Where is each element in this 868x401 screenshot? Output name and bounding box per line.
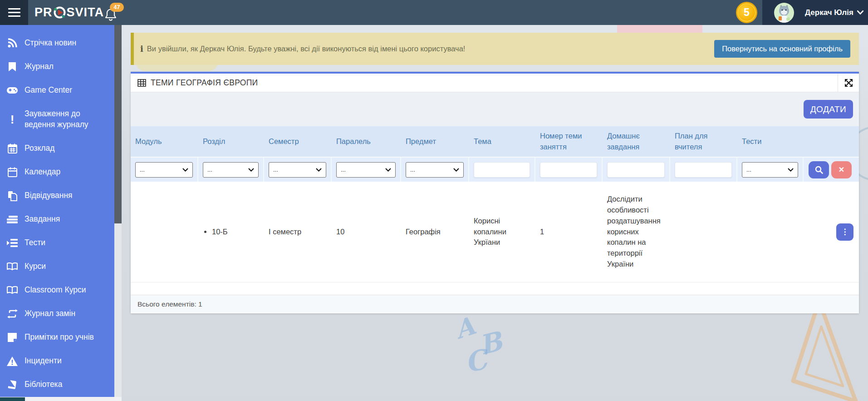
cell-tests (737, 182, 804, 282)
chevron-down-icon (788, 168, 794, 172)
table-grid-icon (137, 79, 146, 87)
sidebar-item-calendar[interactable]: Календар (0, 160, 114, 184)
rss-icon (6, 37, 18, 49)
panel-header: ТЕМИ ГЕОГРАФІЯ ЄВРОПИ (131, 74, 859, 92)
cell-actions: ⋮ (804, 182, 859, 282)
sidebar-item-timetable[interactable]: Розклад (0, 137, 114, 160)
notifications-count-badge: 47 (110, 3, 124, 12)
courses-icon (6, 261, 18, 272)
tests-icon (6, 237, 18, 249)
sidebar-item-journal-remarks[interactable]: ! Зауваження до ведення журналу (0, 102, 114, 137)
sidebar-item-substitution-journal[interactable]: Журнал замін (0, 302, 114, 326)
sidebar-item-courses[interactable]: Курси (0, 255, 114, 278)
sidebar-item-tests[interactable]: Тести (0, 231, 114, 255)
info-icon: i (140, 44, 143, 54)
empty-row-strip (131, 282, 859, 295)
filter-tema-input[interactable] (474, 162, 530, 178)
panel-toolbar: ДОДАТИ (131, 92, 859, 126)
column-header-homework[interactable]: Домашнє завдання (603, 126, 670, 157)
column-header-lesson-number[interactable]: Номер теми заняття (535, 126, 603, 157)
panel-title: ТЕМИ ГЕОГРАФІЯ ЄВРОПИ (137, 78, 258, 88)
calendar-icon (6, 166, 18, 178)
column-header-module[interactable]: Модуль (131, 126, 198, 157)
logo-o-icon (53, 6, 66, 19)
close-icon: ✕ (839, 165, 844, 174)
coins-indicator[interactable]: 5 (736, 2, 757, 23)
cell-teacher-plan (670, 182, 737, 282)
sidebar-scrollbar-thumb[interactable] (114, 25, 122, 223)
column-header-rozdil[interactable]: Розділ (198, 126, 264, 157)
column-header-tests[interactable]: Тести (737, 126, 804, 157)
warning-triangle-icon (6, 355, 18, 367)
sidebar-item-assignments[interactable]: Завдання (0, 208, 114, 231)
sidebar: Стрічка новин Журнал Game Center ! Заува… (0, 25, 114, 397)
cell-lesson-number: 1 (535, 182, 603, 282)
notifications-button[interactable]: 47 (103, 0, 127, 25)
sidebar-item-game-center[interactable]: Game Center (0, 79, 114, 102)
sidebar-item-classroom-courses[interactable]: Classroom Курси (0, 278, 114, 302)
table-row[interactable]: 10-Б І семестр 10 Географія Корисні копа… (131, 182, 859, 282)
add-button[interactable]: ДОДАТИ (804, 100, 853, 119)
table-footer: Всього елементів: 1 (131, 295, 859, 313)
column-header-semestr[interactable]: Семестр (264, 126, 332, 157)
column-header-paralel[interactable]: Паралель (332, 126, 401, 157)
app-logo[interactable]: PR SVITA (34, 0, 104, 25)
cell-homework: Дослідити особливості роздатшування кори… (603, 182, 670, 282)
banner-text: Ви увійшли, як Деркач Юлія. Будьте уважн… (147, 45, 466, 53)
filter-homework-input[interactable] (607, 162, 665, 178)
expand-panel-button[interactable] (838, 74, 859, 92)
chevron-down-icon (248, 168, 254, 172)
cat-mascot-icon (775, 4, 793, 23)
avatar (774, 3, 794, 23)
tasks-icon (6, 213, 18, 225)
sidebar-item-news-feed[interactable]: Стрічка новин (0, 31, 114, 55)
library-icon (6, 379, 18, 391)
sidebar-scrollbar[interactable] (114, 25, 122, 397)
chevron-down-icon (857, 10, 863, 15)
hamburger-menu-button[interactable] (0, 0, 28, 25)
sidebar-item-student-notes[interactable]: Примітки про учнів (0, 326, 114, 349)
sidebar-item-journal[interactable]: Журнал (0, 55, 114, 79)
column-header-teacher-plan[interactable]: План для вчителя (670, 126, 737, 157)
clear-filters-button[interactable]: ✕ (831, 161, 852, 178)
cell-tema: Корисні копалини Укрїани (469, 182, 535, 282)
chevron-down-icon (316, 168, 322, 172)
cell-semestr: І семестр (264, 182, 332, 282)
substitution-icon (6, 308, 18, 320)
total-elements-label: Всього елементів: 1 (137, 300, 202, 308)
chevron-down-icon (182, 168, 188, 172)
row-actions-button[interactable]: ⋮ (836, 223, 853, 241)
topbar: PR SVITA 47 5 (0, 0, 868, 25)
topics-panel: ТЕМИ ГЕОГРАФІЯ ЄВРОПИ ДОДАТИ Модуль Розд… (131, 72, 859, 313)
column-header-tema[interactable]: Тема (469, 126, 535, 157)
user-name: Деркач Юлія (805, 8, 853, 17)
cell-predmet: Географія (401, 182, 469, 282)
chevron-down-icon (453, 168, 459, 172)
classroom-courses-icon (6, 284, 18, 296)
sidebar-item-library[interactable]: Бібліотека (0, 373, 114, 396)
sidebar-item-attendance[interactable]: Відвідування (0, 184, 114, 208)
attendance-icon (6, 190, 18, 202)
filter-lesson-number-input[interactable] (540, 162, 597, 178)
filter-predmet-select[interactable]: ... (406, 162, 464, 178)
sidebar-item-incidents[interactable]: Інциденти (0, 349, 114, 373)
search-button[interactable] (809, 161, 829, 178)
ruler-watermark (790, 303, 868, 401)
impersonation-banner: i Ви увійшли, як Деркач Юлія. Будьте ува… (131, 33, 859, 65)
notes-icon (6, 332, 18, 343)
cell-rozdil: 10-Б (198, 182, 264, 282)
filter-tests-select[interactable]: ... (742, 162, 798, 178)
filter-semestr-select[interactable]: ... (269, 162, 326, 178)
filter-module-select[interactable]: ... (135, 162, 193, 178)
column-header-predmet[interactable]: Предмет (401, 126, 469, 157)
schedule-icon (6, 143, 18, 154)
filter-rozdil-select[interactable]: ... (203, 162, 259, 178)
return-to-main-profile-button[interactable]: Повернутись на основний профіль (714, 40, 850, 58)
filter-paralel-select[interactable]: ... (336, 162, 396, 178)
user-menu[interactable]: Деркач Юлія (762, 0, 868, 25)
search-icon (815, 166, 823, 174)
filter-teacher-plan-input[interactable] (675, 162, 732, 178)
chevron-down-icon (385, 168, 391, 172)
bookmark-icon (6, 61, 18, 73)
bottom-corner-block (0, 397, 25, 401)
